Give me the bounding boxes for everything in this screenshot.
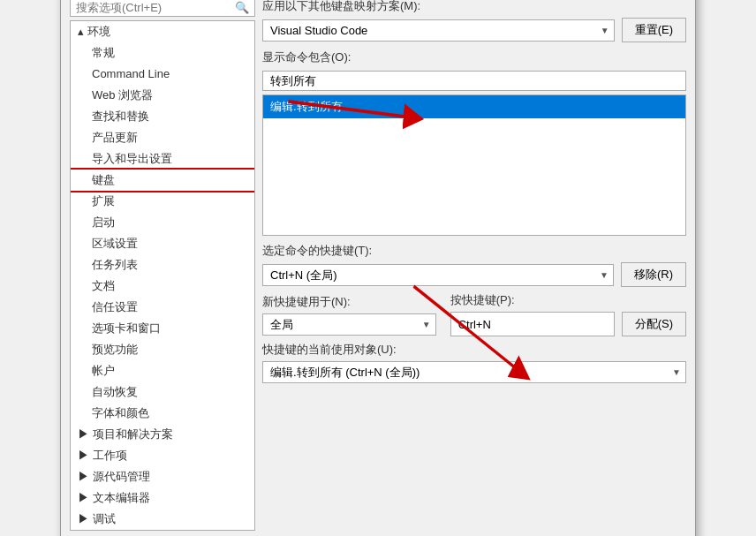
tree-item-documents[interactable]: 文档 xyxy=(71,276,254,297)
tree-item-regionalsettings[interactable]: 区域设置 xyxy=(71,233,254,254)
tree-root-environment[interactable]: ▴ 环境 xyxy=(71,21,254,42)
tree-item-commandline[interactable]: Command Line xyxy=(71,64,254,85)
tree-item-tasklist[interactable]: 任务列表 xyxy=(71,254,254,276)
commands-filter-input[interactable] xyxy=(262,71,686,91)
tree-item-extensions[interactable]: 扩展 xyxy=(71,191,254,212)
show-commands-label: 显示命令包含(O): xyxy=(262,49,686,65)
commands-list[interactable]: 编辑.转到所有 xyxy=(262,94,686,236)
reset-button[interactable]: 重置(E) xyxy=(622,18,686,42)
selected-shortcut-dropdown[interactable]: Ctrl+N (全局) xyxy=(262,264,614,286)
selected-shortcut-row: Ctrl+N (全局) ▼ 移除(R) xyxy=(262,262,686,287)
tree-group-texteditor[interactable]: ▶ 文本编辑器 xyxy=(71,487,254,509)
current-usage-dropdown-wrapper: 编辑.转到所有 (Ctrl+N (全局)) ▼ xyxy=(262,361,686,383)
tree-item-webbrowser[interactable]: Web 浏览器 xyxy=(71,85,254,106)
current-usage-section: 快捷键的当前使用对象(U): 编辑.转到所有 (Ctrl+N (全局)) ▼ xyxy=(262,342,686,383)
tree-item-fontscolors[interactable]: 字体和颜色 xyxy=(71,403,254,424)
search-icon: 🔍 xyxy=(235,1,249,14)
apply-scheme-label: 应用以下其他键盘映射方案(M): xyxy=(262,0,686,14)
tree-item-autorecover[interactable]: 自动恢复 xyxy=(71,381,254,403)
tree-container[interactable]: ▴ 环境 常规 Command Line Web 浏览器 查找和替换 产品更新 … xyxy=(70,20,255,531)
tree-item-productupdate[interactable]: 产品更新 xyxy=(71,127,254,148)
selected-shortcut-label: 选定命令的快捷键(T): xyxy=(262,243,686,259)
press-shortcut-section: 按快捷键(P): 分配(S) xyxy=(450,292,686,336)
tree-root-label: 环境 xyxy=(87,23,110,41)
new-shortcut-for-section: 新快捷键用于(N): 全局 ▼ xyxy=(262,294,436,336)
tree-arrow-environment: ▴ xyxy=(78,23,84,41)
assign-button[interactable]: 分配(S) xyxy=(622,312,686,336)
tree-item-startup[interactable]: 启动 xyxy=(71,212,254,233)
command-item-gotoall[interactable]: 编辑.转到所有 xyxy=(263,95,685,118)
scheme-dropdown-wrapper: Visual Studio Code ▼ xyxy=(262,19,615,42)
tree-group-projects[interactable]: ▶ 项目和解决方案 xyxy=(71,424,254,445)
scheme-row: Visual Studio Code ▼ 重置(E) xyxy=(262,18,686,42)
tree-group-sourcecontrol[interactable]: ▶ 源代码管理 xyxy=(71,466,254,487)
new-shortcut-row: 新快捷键用于(N): 全局 ▼ 按快捷键(P): 分配(S) xyxy=(262,292,686,336)
tree-item-general[interactable]: 常规 xyxy=(71,42,254,64)
current-usage-dropdown[interactable]: 编辑.转到所有 (Ctrl+N (全局)) xyxy=(262,361,686,383)
tree-item-preview[interactable]: 预览功能 xyxy=(71,339,254,360)
tree-group-debugging[interactable]: ▶ 调试 xyxy=(71,509,254,530)
right-panel: 应用以下其他键盘映射方案(M): Visual Studio Code ▼ 重置… xyxy=(262,0,686,531)
press-shortcut-row: 分配(S) xyxy=(450,312,686,336)
commands-section: 显示命令包含(O): 编辑.转到所有 xyxy=(262,49,686,236)
search-box: 🔍 xyxy=(70,0,255,17)
new-shortcut-label: 新快捷键用于(N): xyxy=(262,294,436,310)
remove-button[interactable]: 移除(R) xyxy=(621,262,686,287)
tree-item-importexport[interactable]: 导入和导出设置 xyxy=(71,148,254,170)
scope-dropdown[interactable]: 全局 xyxy=(262,313,436,336)
tree-item-keyboard[interactable]: 键盘 xyxy=(71,170,254,191)
tree-group-workitems[interactable]: ▶ 工作项 xyxy=(71,445,254,466)
scheme-dropdown[interactable]: Visual Studio Code xyxy=(262,19,615,42)
tree-item-findreplace[interactable]: 查找和替换 xyxy=(71,106,254,127)
tree-item-trustsettings[interactable]: 信任设置 xyxy=(71,297,254,318)
tree-item-account[interactable]: 帐户 xyxy=(71,360,254,381)
search-input[interactable] xyxy=(76,1,231,14)
options-dialog: 选项 ? ✕ 🔍 ▴ 环境 常规 Command Line Web 浏览器 查找… xyxy=(60,0,696,536)
selected-shortcut-section: 选定命令的快捷键(T): Ctrl+N (全局) ▼ 移除(R) xyxy=(262,243,686,287)
shortcut-key-input[interactable] xyxy=(450,312,615,336)
shortcut-section: 选定命令的快捷键(T): Ctrl+N (全局) ▼ 移除(R) xyxy=(262,243,686,383)
press-shortcut-label: 按快捷键(P): xyxy=(450,292,686,308)
tree-item-tabswindows[interactable]: 选项卡和窗口 xyxy=(71,318,254,339)
selected-shortcut-dropdown-wrapper: Ctrl+N (全局) ▼ xyxy=(262,264,614,286)
scheme-section: 应用以下其他键盘映射方案(M): Visual Studio Code ▼ 重置… xyxy=(262,0,686,42)
left-panel: 🔍 ▴ 环境 常规 Command Line Web 浏览器 查找和替换 产品更… xyxy=(70,0,255,531)
current-usage-label: 快捷键的当前使用对象(U): xyxy=(262,342,686,358)
dialog-body: 🔍 ▴ 环境 常规 Command Line Web 浏览器 查找和替换 产品更… xyxy=(61,0,695,536)
scope-dropdown-wrapper: 全局 ▼ xyxy=(262,313,436,336)
